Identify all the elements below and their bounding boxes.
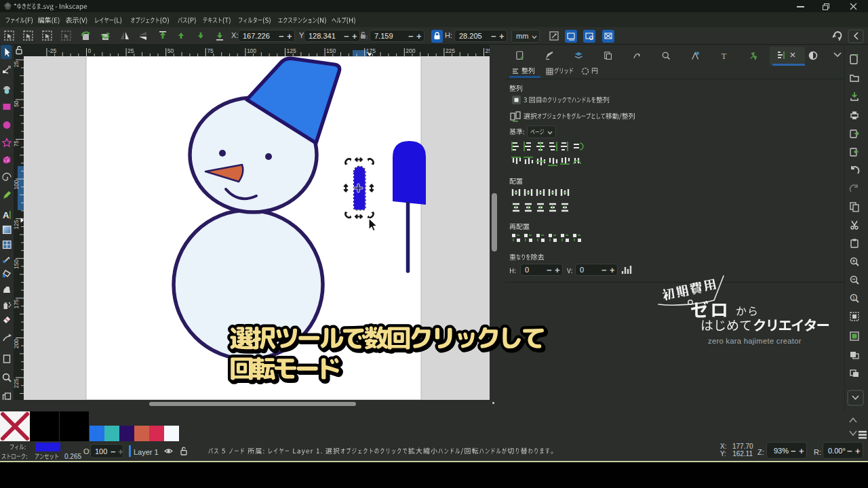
svg-text:25: 25: [14, 61, 20, 68]
svg-text:200: 200: [14, 339, 20, 348]
svg-text:200: 200: [406, 47, 415, 54]
svg-text:75: 75: [207, 47, 214, 54]
svg-text:150: 150: [14, 260, 20, 269]
svg-text:-25: -25: [48, 47, 57, 54]
svg-text:150: 150: [326, 47, 336, 54]
svg-text:0: 0: [88, 47, 92, 54]
svg-text:100: 100: [247, 47, 256, 54]
svg-text:A: A: [3, 210, 9, 220]
svg-text::: :: [366, 34, 368, 39]
svg-text:75: 75: [14, 140, 20, 147]
svg-text:225: 225: [446, 47, 455, 54]
svg-text:100: 100: [14, 180, 20, 189]
svg-text:175: 175: [14, 299, 20, 308]
svg-text:125: 125: [287, 47, 296, 54]
svg-text:125: 125: [14, 220, 20, 229]
svg-text:50: 50: [14, 100, 20, 107]
svg-text:225: 225: [14, 378, 20, 388]
svg-text:50: 50: [167, 47, 174, 54]
svg-text:25: 25: [127, 47, 134, 54]
